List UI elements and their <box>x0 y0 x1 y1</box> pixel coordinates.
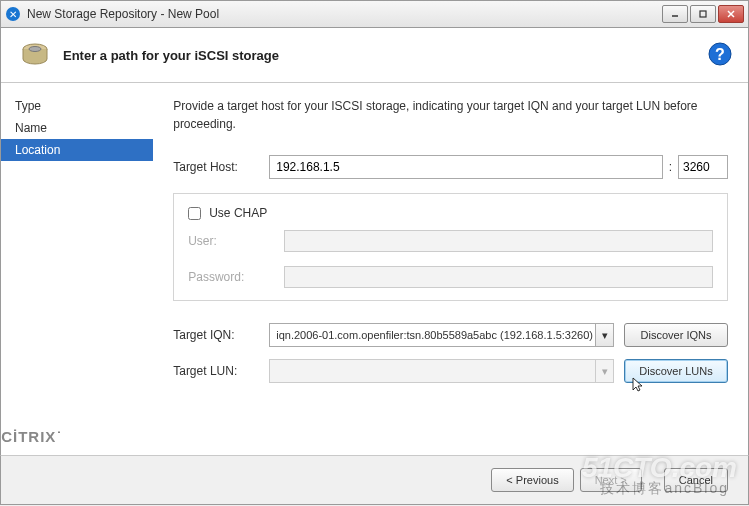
content-panel: Provide a target host for your ISCSI sto… <box>153 83 748 455</box>
target-iqn-label: Target IQN: <box>173 328 269 342</box>
chevron-down-icon: ▾ <box>595 324 613 346</box>
wizard-steps-sidebar: Type Name Location <box>1 83 153 455</box>
target-lun-row: Target LUN: ▾ Discover LUNs <box>173 359 728 383</box>
wizard-header: Enter a path for your iSCSI storage ? <box>0 28 749 82</box>
chap-label: Use CHAP <box>209 206 267 220</box>
wizard-footer: < Previous Next > Cancel <box>0 455 749 505</box>
discover-luns-button[interactable]: Discover LUNs <box>624 359 728 383</box>
port-input[interactable] <box>678 155 728 179</box>
chap-group: Use CHAP User: Password: <box>173 193 728 301</box>
target-iqn-value: iqn.2006-01.com.openfiler:tsn.80b5589a5a… <box>276 329 593 341</box>
chap-password-label: Password: <box>188 270 284 284</box>
main-area: Type Name Location Provide a target host… <box>0 83 749 455</box>
chap-password-row: Password: <box>188 266 713 288</box>
page-title: Enter a path for your iSCSI storage <box>63 48 279 63</box>
svg-text:?: ? <box>715 46 725 63</box>
sidebar-item-name[interactable]: Name <box>1 117 153 139</box>
titlebar: ✕ New Storage Repository - New Pool <box>0 0 749 28</box>
chevron-down-icon: ▾ <box>595 360 613 382</box>
target-iqn-dropdown[interactable]: iqn.2006-01.com.openfiler:tsn.80b5589a5a… <box>269 323 614 347</box>
discover-iqns-button[interactable]: Discover IQNs <box>624 323 728 347</box>
cancel-button[interactable]: Cancel <box>664 468 728 492</box>
minimize-button[interactable] <box>662 5 688 23</box>
app-icon: ✕ <box>5 6 21 22</box>
help-icon[interactable]: ? <box>708 42 732 66</box>
target-host-row: Target Host: : <box>173 155 728 179</box>
use-chap-checkbox[interactable]: Use CHAP <box>188 206 713 220</box>
svg-rect-3 <box>700 11 706 17</box>
maximize-button[interactable] <box>690 5 716 23</box>
chap-password-input <box>284 266 713 288</box>
svg-point-7 <box>29 47 41 52</box>
previous-button[interactable]: < Previous <box>491 468 573 492</box>
target-host-input[interactable] <box>269 155 662 179</box>
target-lun-dropdown: ▾ <box>269 359 614 383</box>
citrix-logo: CİTRIX˙ <box>1 428 62 445</box>
window-controls <box>662 5 744 23</box>
target-host-label: Target Host: <box>173 160 269 174</box>
sidebar-item-location[interactable]: Location <box>1 139 153 161</box>
close-button[interactable] <box>718 5 744 23</box>
target-lun-label: Target LUN: <box>173 364 269 378</box>
svg-text:✕: ✕ <box>9 9 17 20</box>
storage-icon <box>19 39 51 71</box>
instruction-text: Provide a target host for your ISCSI sto… <box>173 97 728 133</box>
next-button: Next > <box>580 468 642 492</box>
port-separator: : <box>669 160 672 174</box>
chap-user-input <box>284 230 713 252</box>
chap-checkbox-input[interactable] <box>188 207 201 220</box>
chap-user-label: User: <box>188 234 284 248</box>
sidebar-item-type[interactable]: Type <box>1 95 153 117</box>
window-title: New Storage Repository - New Pool <box>27 7 662 21</box>
chap-user-row: User: <box>188 230 713 252</box>
target-iqn-row: Target IQN: iqn.2006-01.com.openfiler:ts… <box>173 323 728 347</box>
